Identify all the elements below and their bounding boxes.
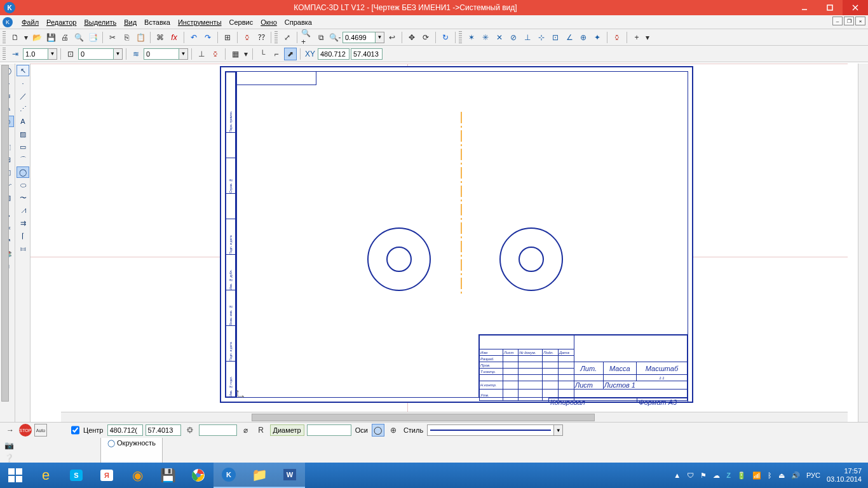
view-state-button[interactable]: ⊡ bbox=[64, 48, 77, 60]
magnet-button[interactable]: ⧲ bbox=[241, 31, 254, 44]
tray-volume-icon[interactable]: 🔊 bbox=[791, 471, 800, 480]
vertical-scrollbar[interactable] bbox=[858, 64, 868, 422]
taskbar-notepad[interactable]: 💾 bbox=[153, 463, 183, 488]
local-cs-button[interactable]: └ bbox=[256, 48, 269, 60]
taskbar-skype[interactable]: S bbox=[61, 463, 92, 488]
menu-service[interactable]: Сервис bbox=[226, 16, 257, 29]
stop-button[interactable]: STOP bbox=[19, 424, 32, 437]
redo-button[interactable]: ↷ bbox=[201, 31, 214, 44]
style-combo[interactable]: ▼ bbox=[427, 424, 563, 436]
snap-perp-button[interactable]: ⊥ bbox=[521, 31, 534, 44]
fillet-tool[interactable]: ⌈ bbox=[17, 230, 29, 241]
menu-edit[interactable]: Редактор bbox=[43, 16, 80, 29]
offset-tool[interactable]: ⇉ bbox=[17, 217, 29, 229]
aux-line-tool[interactable]: ⋰ bbox=[17, 103, 29, 114]
coord-x-input[interactable] bbox=[318, 48, 349, 60]
snap-tan-button[interactable]: ⊘ bbox=[507, 31, 520, 44]
menu-view[interactable]: Вид bbox=[120, 16, 140, 29]
menu-window[interactable]: Окно bbox=[257, 16, 281, 29]
lock-center-button[interactable]: ⯐ bbox=[184, 424, 196, 437]
library-button[interactable]: ⊞ bbox=[221, 31, 234, 44]
select-tool[interactable]: ↖ bbox=[17, 65, 29, 76]
properties-button[interactable]: ⌘ bbox=[154, 31, 166, 44]
horizontal-scrollbar[interactable] bbox=[61, 412, 848, 422]
taskbar-word[interactable]: W bbox=[275, 463, 305, 488]
maximize-button[interactable] bbox=[817, 0, 843, 15]
zoom-combo[interactable]: ▼ bbox=[342, 32, 384, 43]
help-pointer-button[interactable]: ⁇ bbox=[255, 31, 268, 44]
menu-help[interactable]: Справка bbox=[281, 16, 316, 29]
tray-battery-icon[interactable]: 🔋 bbox=[737, 471, 746, 480]
chevron-down-icon[interactable]: ▼ bbox=[179, 48, 188, 60]
axes-off-button[interactable]: ◯ bbox=[372, 424, 384, 437]
save-button[interactable]: 💾 bbox=[44, 31, 57, 44]
center-x-input[interactable] bbox=[107, 424, 143, 436]
snap-grid-button[interactable]: ⊡ bbox=[549, 31, 562, 44]
zoom-in-button[interactable]: 🔍+ bbox=[301, 31, 313, 44]
tray-clock[interactable]: 17:57 03.10.2014 bbox=[827, 467, 862, 484]
print-button[interactable]: 🖨 bbox=[58, 31, 71, 44]
coord-y-input[interactable] bbox=[351, 48, 383, 60]
taskbar-chrome[interactable] bbox=[183, 463, 214, 488]
toolbar-grip[interactable] bbox=[459, 31, 462, 44]
paste-button[interactable]: 📋 bbox=[134, 31, 147, 44]
text-tool[interactable]: A bbox=[17, 116, 29, 127]
axes-on-button[interactable]: ⊕ bbox=[387, 424, 400, 437]
toolbar-grip[interactable] bbox=[3, 48, 6, 60]
snap-int-button[interactable]: ✕ bbox=[493, 31, 506, 44]
sketch-button[interactable]: ⌐ bbox=[270, 48, 283, 60]
ortho-button[interactable]: ⊥ bbox=[195, 48, 208, 60]
grid-button[interactable]: ▦ bbox=[229, 48, 241, 60]
angle-input[interactable] bbox=[199, 424, 237, 436]
taskbar-kompas[interactable]: K bbox=[214, 463, 244, 488]
taskbar-yandex[interactable]: Я bbox=[92, 463, 122, 488]
menu-file[interactable]: Файл bbox=[18, 16, 43, 29]
toolbar-grip[interactable] bbox=[3, 31, 6, 44]
rotate-view-button[interactable]: ⟳ bbox=[419, 31, 432, 44]
arc-tool[interactable]: ⌒ bbox=[17, 154, 29, 165]
auto-button[interactable]: Auto bbox=[34, 424, 47, 437]
toolbar-grip[interactable] bbox=[275, 31, 278, 44]
redraw-button[interactable]: ↻ bbox=[439, 31, 452, 44]
close-button[interactable] bbox=[843, 0, 868, 15]
tray-shield-icon[interactable]: 🛡 bbox=[687, 471, 694, 479]
snap-ext-button[interactable]: + bbox=[630, 31, 643, 44]
drawing-canvas[interactable]: Инв. № подл. Подп. и дата Взам. инв. № И… bbox=[31, 64, 858, 422]
chevron-down-icon[interactable]: ▼ bbox=[376, 32, 384, 43]
menu-tools[interactable]: Инструменты bbox=[174, 16, 226, 29]
zoom-out-button[interactable]: 🔍- bbox=[329, 31, 341, 44]
center-checkbox[interactable] bbox=[71, 424, 79, 436]
circle-tool[interactable]: ◯ bbox=[17, 166, 29, 178]
taskbar-ie[interactable]: e bbox=[31, 463, 61, 488]
mdi-close-button[interactable]: × bbox=[855, 17, 865, 25]
circle-2-inner[interactable] bbox=[519, 247, 544, 272]
property-tab-circle[interactable]: ◯ Окружность bbox=[100, 438, 163, 466]
grid-dropdown-icon[interactable]: ▾ bbox=[243, 48, 249, 60]
new-button[interactable]: 🗋 bbox=[9, 31, 22, 44]
diameter-input[interactable] bbox=[307, 424, 351, 436]
open-button[interactable]: 📂 bbox=[31, 31, 43, 44]
layers-button[interactable]: ≋ bbox=[130, 48, 142, 60]
line-tool[interactable]: ／ bbox=[17, 90, 29, 102]
rect-tool[interactable]: ▭ bbox=[17, 141, 29, 152]
chevron-down-icon[interactable]: ▼ bbox=[114, 48, 123, 60]
taskbar-avast[interactable]: ◉ bbox=[122, 463, 153, 488]
view-input[interactable] bbox=[78, 48, 114, 60]
snap-near-button[interactable]: ⊹ bbox=[535, 31, 548, 44]
snap-end-button[interactable]: ✶ bbox=[465, 31, 478, 44]
cut-button[interactable]: ✂ bbox=[106, 31, 119, 44]
tray-language[interactable]: РУС bbox=[806, 471, 820, 479]
mdi-restore-button[interactable]: ❐ bbox=[844, 17, 854, 25]
apply-button[interactable]: → bbox=[4, 424, 17, 437]
mdi-minimize-button[interactable]: – bbox=[832, 17, 843, 25]
taskbar-explorer[interactable]: 📁 bbox=[244, 463, 275, 488]
tray-up-icon[interactable]: ▲ bbox=[674, 471, 681, 479]
chevron-down-icon[interactable]: ▼ bbox=[48, 48, 57, 60]
manager-button[interactable]: 📑 bbox=[86, 31, 99, 44]
menu-insert[interactable]: Вставка bbox=[140, 16, 174, 29]
ellipse-tool[interactable]: ⬭ bbox=[17, 179, 29, 191]
spline-tool[interactable]: 〜 bbox=[17, 192, 29, 203]
snap-angle-button[interactable]: ∠ bbox=[563, 31, 576, 44]
step-cursor-button[interactable]: ⇥ bbox=[9, 48, 22, 60]
zoom-window-button[interactable]: ⧉ bbox=[315, 31, 327, 44]
